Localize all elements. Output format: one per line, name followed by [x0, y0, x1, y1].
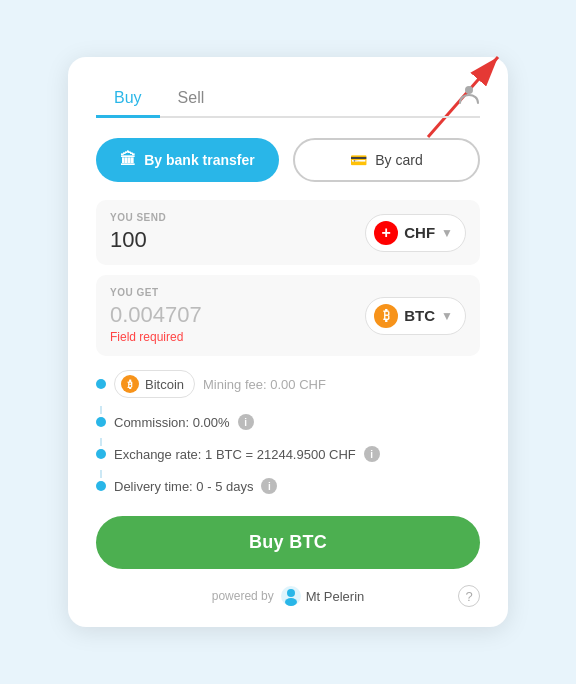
- pelerin-brand-name: Mt Pelerin: [306, 589, 365, 604]
- bank-icon: 🏛: [120, 151, 136, 169]
- dot-exchange: [96, 449, 106, 459]
- commission-info-icon[interactable]: i: [238, 414, 254, 430]
- user-icon: [458, 83, 480, 105]
- svg-point-4: [287, 589, 295, 597]
- info-rows: ₿ Bitcoin Mining fee: 0.00 CHF Commissio…: [96, 370, 480, 494]
- powered-by-text: powered by: [212, 589, 274, 603]
- get-currency-selector[interactable]: ₿ BTC ▼: [365, 297, 466, 335]
- get-value[interactable]: 0.004707: [110, 302, 202, 328]
- svg-point-2: [465, 86, 473, 94]
- pelerin-icon: [280, 585, 302, 607]
- send-section: YOU SEND 100 CHF ▼: [96, 200, 480, 265]
- send-currency-selector[interactable]: CHF ▼: [365, 214, 466, 252]
- tab-sell[interactable]: Sell: [160, 81, 223, 118]
- send-currency-chevron: ▼: [441, 226, 453, 240]
- main-card: Buy Sell 🏛 By bank transfer 💳 By card YO…: [68, 57, 508, 627]
- commission-row: Commission: 0.00% i: [96, 414, 480, 430]
- delivery-info-icon[interactable]: i: [261, 478, 277, 494]
- exchange-rate-row: Exchange rate: 1 BTC = 21244.9500 CHF i: [96, 446, 480, 462]
- send-input-group: YOU SEND 100: [110, 212, 166, 253]
- mining-fee-label: Mining fee: 0.00 CHF: [203, 377, 326, 392]
- chf-flag-icon: [374, 221, 398, 245]
- bitcoin-row: ₿ Bitcoin Mining fee: 0.00 CHF: [96, 370, 480, 398]
- get-section: YOU GET 0.004707 Field required ₿ BTC ▼: [96, 275, 480, 356]
- field-required-message: Field required: [110, 330, 202, 344]
- delivery-time-row: Delivery time: 0 - 5 days i: [96, 478, 480, 494]
- help-icon-button[interactable]: ?: [458, 585, 480, 607]
- pelerin-logo: Mt Pelerin: [280, 585, 365, 607]
- commission-text: Commission: 0.00%: [114, 415, 230, 430]
- bitcoin-label: Bitcoin: [145, 377, 184, 392]
- footer: powered by Mt Pelerin ?: [96, 585, 480, 607]
- delivery-time-text: Delivery time: 0 - 5 days: [114, 479, 253, 494]
- bank-transfer-button[interactable]: 🏛 By bank transfer: [96, 138, 279, 182]
- card-button[interactable]: 💳 By card: [293, 138, 480, 182]
- send-label: YOU SEND: [110, 212, 166, 223]
- bank-transfer-label: By bank transfer: [144, 152, 254, 168]
- svg-point-5: [285, 598, 297, 606]
- btc-icon: ₿: [374, 304, 398, 328]
- payment-methods: 🏛 By bank transfer 💳 By card: [96, 138, 480, 182]
- dot-commission: [96, 417, 106, 427]
- bitcoin-pill[interactable]: ₿ Bitcoin: [114, 370, 195, 398]
- get-input-group: YOU GET 0.004707 Field required: [110, 287, 202, 344]
- dot-bitcoin: [96, 379, 106, 389]
- exchange-rate-text: Exchange rate: 1 BTC = 21244.9500 CHF: [114, 447, 356, 462]
- get-currency-chevron: ▼: [441, 309, 453, 323]
- card-label: By card: [375, 152, 422, 168]
- get-label: YOU GET: [110, 287, 202, 298]
- dot-delivery: [96, 481, 106, 491]
- card-icon: 💳: [350, 152, 367, 168]
- tab-buy[interactable]: Buy: [96, 81, 160, 118]
- get-currency-code: BTC: [404, 307, 435, 324]
- connector-line-3: [100, 470, 102, 478]
- connector-line-1: [100, 406, 102, 414]
- buy-button[interactable]: Buy BTC: [96, 516, 480, 569]
- bitcoin-pill-icon: ₿: [121, 375, 139, 393]
- exchange-info-icon[interactable]: i: [364, 446, 380, 462]
- tabs-container: Buy Sell: [96, 81, 480, 118]
- connector-line-2: [100, 438, 102, 446]
- send-currency-code: CHF: [404, 224, 435, 241]
- user-icon-button[interactable]: [458, 83, 480, 109]
- send-value[interactable]: 100: [110, 227, 166, 253]
